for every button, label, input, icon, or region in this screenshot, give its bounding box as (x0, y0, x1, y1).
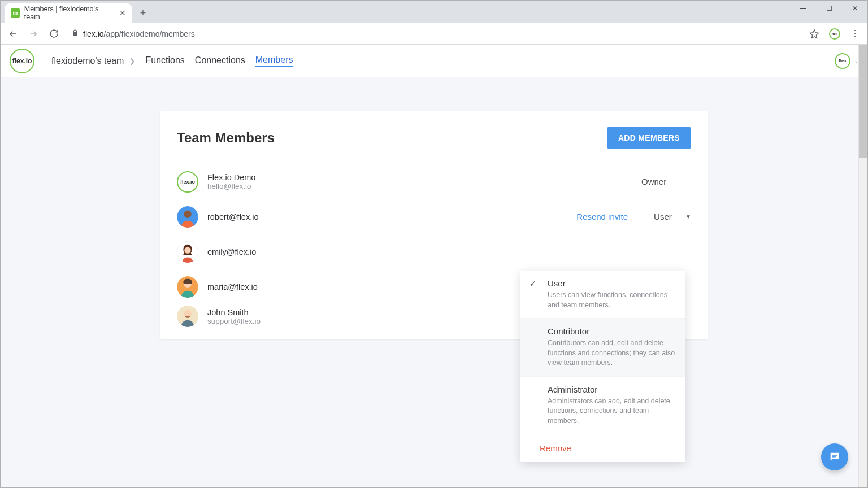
member-row: robert@flex.io Resend invite User ▼ (177, 199, 691, 234)
role-option-desc: Administrators can add, edit and delete … (548, 396, 675, 426)
svg-rect-9 (832, 456, 835, 457)
tab-close-icon[interactable]: ✕ (119, 8, 126, 18)
tab-title: Members | flexiodemo's team (24, 5, 115, 21)
chevron-down-icon[interactable]: ⌄ (854, 58, 858, 64)
role-option-title: Contributor (548, 326, 675, 336)
avatar-icon (177, 276, 198, 298)
scrollbar[interactable] (858, 45, 867, 487)
window-minimize-icon[interactable]: — (790, 0, 816, 17)
browser-tab[interactable]: io Members | flexiodemo's team ✕ (5, 3, 132, 23)
new-tab-button[interactable]: + (135, 5, 151, 21)
avatar-icon: flex.io (177, 171, 198, 193)
nav-connections[interactable]: Connections (195, 55, 245, 67)
member-email: robert@flex.io (207, 212, 258, 221)
logo[interactable]: flex.io (10, 49, 34, 73)
member-email: hello@flex.io (207, 182, 255, 190)
url-host: flex.io (83, 29, 104, 38)
window-maximize-icon[interactable]: ☐ (816, 0, 842, 17)
breadcrumb-team: flexiodemo's team (51, 56, 124, 66)
svg-rect-8 (832, 455, 837, 455)
tab-strip: io Members | flexiodemo's team ✕ + — ☐ ✕ (1, 1, 867, 23)
caret-down-icon: ▼ (685, 213, 691, 220)
star-icon[interactable] (806, 26, 822, 42)
role-dropdown-menu: ✓ User Users can view functions, connect… (520, 271, 685, 462)
member-row: emily@flex.io (177, 234, 691, 269)
member-name: Flex.io Demo (207, 173, 255, 182)
nav-functions[interactable]: Functions (145, 55, 184, 67)
avatar-icon (177, 241, 198, 263)
role-option-remove[interactable]: Remove (520, 434, 685, 462)
scrollbar-thumb[interactable] (859, 45, 867, 158)
role-option-user[interactable]: ✓ User Users can view functions, connect… (520, 271, 685, 319)
breadcrumb[interactable]: flexiodemo's team ❯ (51, 56, 135, 66)
add-members-button[interactable]: ADD MEMBERS (607, 127, 691, 149)
role-option-title: Administrator (548, 385, 675, 394)
role-option-contributor[interactable]: Contributor Contributors can add, edit a… (520, 319, 685, 377)
member-role: User (654, 212, 682, 221)
svg-point-1 (184, 210, 191, 217)
user-avatar[interactable]: flex (835, 53, 850, 69)
member-role: Owner (641, 177, 670, 186)
lock-icon (72, 29, 79, 38)
url-field[interactable]: flex.io/app/flexiodemo/members (66, 26, 802, 42)
resend-invite-link[interactable]: Resend invite (576, 212, 628, 221)
extension-icon[interactable]: flex (827, 26, 843, 42)
member-email: maria@flex.io (207, 282, 258, 291)
nav-reload-icon[interactable] (46, 26, 62, 42)
role-option-desc: Users can view functions, connections an… (548, 290, 675, 310)
role-option-admin[interactable]: Administrator Administrators can add, ed… (520, 377, 685, 435)
member-row: flex.io Flex.io Demo hello@flex.io Owner (177, 164, 691, 199)
member-email: emily@flex.io (207, 247, 256, 256)
page-title: Team Members (177, 130, 275, 146)
nav-back-icon[interactable] (5, 26, 21, 42)
check-icon: ✓ (530, 279, 536, 288)
app-header: flex.io flexiodemo's team ❯ Functions Co… (1, 45, 867, 77)
window-close-icon[interactable]: ✕ (842, 0, 868, 17)
address-bar: flex.io/app/flexiodemo/members flex ⋮ (1, 23, 867, 45)
top-nav: flexiodemo's team ❯ Functions Connection… (51, 55, 293, 67)
member-name: John Smith (207, 308, 261, 317)
member-email: support@flex.io (207, 317, 261, 325)
role-dropdown[interactable]: User ▼ (654, 212, 691, 221)
nav-forward-icon[interactable] (25, 26, 41, 42)
nav-members[interactable]: Members (255, 55, 293, 67)
avatar-icon (177, 306, 198, 327)
avatar-icon (177, 206, 198, 228)
svg-point-7 (184, 310, 191, 317)
url-path: /app/flexiodemo/members (104, 29, 195, 38)
role-option-desc: Contributors can add, edit and delete fu… (548, 338, 675, 368)
chevron-right-icon: ❯ (129, 57, 135, 65)
browser-menu-icon[interactable]: ⋮ (847, 26, 863, 42)
role-option-title: User (548, 278, 675, 288)
favicon-icon: io (11, 8, 20, 18)
chat-button[interactable] (821, 443, 848, 470)
svg-point-3 (184, 247, 190, 253)
